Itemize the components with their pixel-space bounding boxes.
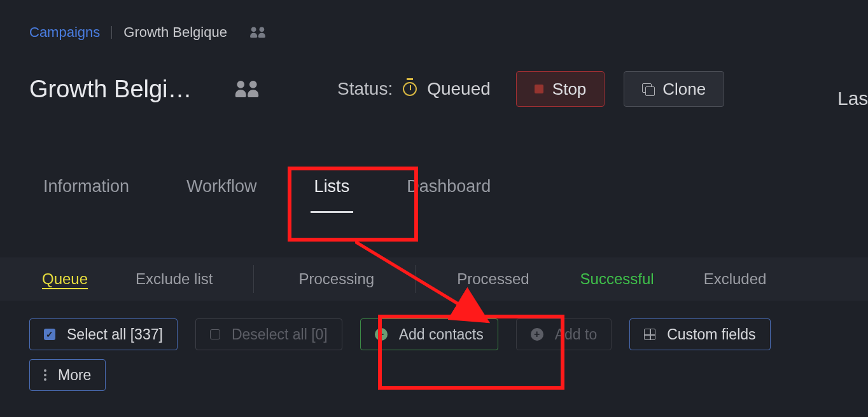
primary-tabs: Information Workflow Lists Dashboard <box>0 107 868 212</box>
clone-button-label: Clone <box>662 79 706 99</box>
custom-fields-label: Custom fields <box>667 326 755 343</box>
deselect-all-button[interactable]: Deselect all [0] <box>195 318 342 350</box>
deselect-all-label: Deselect all [0] <box>232 326 328 343</box>
status-block: Status: Queued <box>337 79 491 99</box>
custom-fields-button[interactable]: Custom fields <box>629 318 770 350</box>
more-label: More <box>58 367 91 384</box>
tab-lists[interactable]: Lists <box>314 177 350 212</box>
subtab-exclude-list[interactable]: Exclude list <box>136 270 213 288</box>
plus-circle-icon: + <box>531 328 543 341</box>
add-contacts-label: Add contacts <box>399 326 484 343</box>
status-value: Queued <box>427 79 491 99</box>
subtab-queue[interactable]: Queue <box>42 270 88 288</box>
add-contacts-button[interactable]: + Add contacts <box>360 318 498 350</box>
stop-icon <box>535 85 543 93</box>
page-title: Growth Belgi… <box>29 76 214 103</box>
clone-button[interactable]: Clone <box>624 71 724 107</box>
stop-button-label: Stop <box>552 79 587 99</box>
last-activity-label: Last <box>837 88 868 109</box>
dots-vertical-icon <box>44 369 46 381</box>
timer-icon <box>403 82 417 96</box>
checkbox-checked-icon: ✓ <box>44 329 55 340</box>
tab-information[interactable]: Information <box>43 177 129 212</box>
breadcrumb-root-link[interactable]: Campaigns <box>29 24 100 41</box>
grid-icon <box>644 329 655 340</box>
status-label: Status: <box>337 79 393 99</box>
more-button[interactable]: More <box>29 359 106 391</box>
breadcrumb: Campaigns Growth Belgique <box>0 0 868 41</box>
tab-dashboard[interactable]: Dashboard <box>407 177 491 212</box>
breadcrumb-current: Growth Belgique <box>123 24 227 41</box>
list-subtabs: Queue Exclude list Processing Processed … <box>0 257 868 301</box>
subtab-excluded[interactable]: Excluded <box>704 270 767 288</box>
separator <box>253 265 254 293</box>
subtab-processed[interactable]: Processed <box>457 270 529 288</box>
campaign-header: Growth Belgi… Status: Queued Stop Clone <box>0 41 868 107</box>
add-to-label: Add to <box>555 326 598 343</box>
people-icon <box>235 81 258 97</box>
checkbox-empty-icon <box>210 329 220 339</box>
tab-workflow[interactable]: Workflow <box>186 177 257 212</box>
select-all-label: Select all [337] <box>67 326 163 343</box>
people-icon <box>250 27 265 38</box>
plus-circle-icon: + <box>375 328 388 341</box>
separator <box>415 265 416 293</box>
stop-button[interactable]: Stop <box>516 71 605 107</box>
list-actions-row-2: More <box>0 350 868 391</box>
list-actions: ✓ Select all [337] Deselect all [0] + Ad… <box>0 301 868 350</box>
breadcrumb-separator <box>111 26 112 39</box>
subtab-processing[interactable]: Processing <box>298 270 374 288</box>
select-all-button[interactable]: ✓ Select all [337] <box>29 318 178 350</box>
copy-icon <box>642 83 654 95</box>
add-to-button[interactable]: + Add to <box>516 318 612 350</box>
subtab-successful[interactable]: Successful <box>580 270 654 288</box>
